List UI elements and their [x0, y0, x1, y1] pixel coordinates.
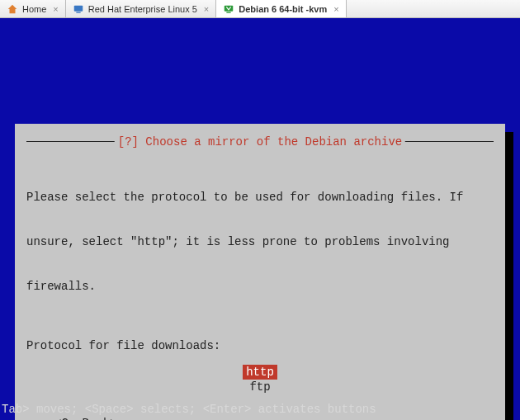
dialog-wrap: [?] Choose a mirror of the Debian archiv…	[15, 124, 505, 420]
tab-label: Home	[22, 4, 46, 14]
vm-icon	[223, 3, 234, 15]
dialog-title-row: [?] Choose a mirror of the Debian archiv…	[26, 141, 494, 156]
mirror-protocol-dialog: [?] Choose a mirror of the Debian archiv…	[15, 124, 505, 420]
close-icon[interactable]: ×	[204, 4, 209, 14]
svg-rect-3	[227, 12, 231, 12]
home-icon	[7, 3, 18, 15]
dialog-title: [?] Choose a mirror of the Debian archiv…	[115, 134, 405, 149]
svg-rect-0	[74, 5, 83, 11]
close-icon[interactable]: ×	[53, 4, 58, 14]
dialog-body: Please select the protocol to be used fo…	[26, 160, 494, 323]
protocol-option-list: http ftp	[26, 365, 494, 394]
dialog-body-line: firewalls.	[26, 279, 494, 294]
key-hint-bar: Tab> moves; <Space> selects; <Enter> act…	[0, 402, 376, 417]
tab-rhel5[interactable]: Red Hat Enterprise Linux 5 ×	[66, 0, 217, 17]
tab-label: Red Hat Enterprise Linux 5	[88, 4, 197, 14]
dialog-body-line: unsure, select "http"; it is less prone …	[26, 234, 494, 249]
vm-icon	[73, 3, 84, 15]
tab-debian6[interactable]: Debian 6 64-bit -kvm ×	[216, 0, 346, 17]
dialog-body-line: Please select the protocol to be used fo…	[26, 190, 494, 205]
protocol-option-ftp[interactable]: ftp	[246, 380, 273, 394]
protocol-option-http[interactable]: http	[243, 365, 277, 380]
tab-bar: Home × Red Hat Enterprise Linux 5 × Debi…	[0, 0, 520, 18]
tab-label: Debian 6 64-bit -kvm	[239, 4, 327, 14]
installer-console: [?] Choose a mirror of the Debian archiv…	[0, 18, 520, 420]
svg-rect-1	[76, 12, 80, 12]
close-icon[interactable]: ×	[333, 4, 338, 14]
dialog-prompt: Protocol for file downloads:	[26, 338, 494, 353]
tab-home[interactable]: Home ×	[0, 0, 66, 17]
